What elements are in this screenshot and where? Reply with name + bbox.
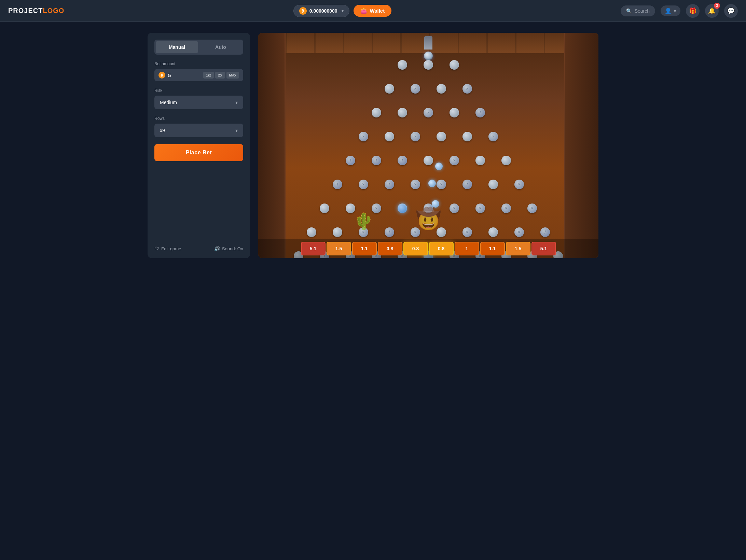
building-left — [258, 33, 286, 258]
ball-dropper — [422, 36, 434, 60]
peg-row-2 — [385, 84, 472, 94]
logo-project: PROJECT — [8, 7, 43, 14]
peg — [475, 204, 485, 213]
rows-dropdown[interactable]: x9 ▾ — [154, 124, 243, 137]
peg — [462, 227, 472, 237]
rows-chevron-icon: ▾ — [235, 128, 238, 133]
multiplier-box: 1.5 — [327, 242, 351, 255]
left-panel: Manual Auto Bet amount ₿ 1/2 2x Max Risk… — [148, 33, 250, 258]
risk-chevron-icon: ▾ — [235, 100, 238, 105]
balance-amount: 0.000000000 — [309, 8, 337, 14]
chat-icon: 💬 — [727, 7, 735, 15]
search-label: Search — [635, 8, 650, 14]
peg — [320, 204, 329, 213]
shield-icon: 🛡 — [154, 246, 159, 251]
bet-amount-input[interactable] — [168, 72, 201, 78]
half-chip-button[interactable]: 1/2 — [203, 72, 214, 79]
peg — [450, 108, 459, 117]
user-icon: 👤 — [665, 8, 672, 14]
peg — [475, 108, 485, 117]
rows-section: Rows x9 ▾ — [154, 116, 243, 137]
header-right: 🔍 Search 👤 ▾ 🎁 🔔 3 💬 — [621, 4, 738, 18]
peg — [475, 156, 485, 165]
peg — [424, 108, 433, 117]
multiplier-box: 5.1 — [301, 242, 326, 255]
peg — [385, 180, 394, 189]
peg — [462, 132, 472, 141]
peg — [501, 156, 511, 165]
peg — [488, 180, 498, 189]
peg — [424, 156, 433, 165]
peg — [411, 84, 420, 94]
btc-dot-icon: ₿ — [158, 72, 165, 79]
peg — [372, 156, 381, 165]
balance-pill[interactable]: ₿ 0.000000000 ▾ — [293, 5, 349, 17]
main-ball — [424, 52, 433, 60]
peg — [424, 60, 433, 70]
peg — [514, 180, 524, 189]
tab-auto[interactable]: Auto — [199, 41, 242, 53]
multiplier-row: 5.11.51.10.80.80.811.11.55.1 — [258, 239, 598, 258]
fair-game-button[interactable]: 🛡 Fair game — [154, 246, 181, 251]
cowboy-character: 🤠 — [416, 207, 441, 231]
peg-row-4 — [359, 132, 498, 141]
multiplier-box: 0.8 — [429, 242, 454, 255]
game-canvas: 🤠 🌵 5.11.51.10.80.80.811.11.55.1 — [258, 33, 598, 258]
bell-icon: 🔔 — [708, 7, 716, 15]
falling-ball-1 — [435, 163, 443, 170]
peg — [411, 132, 420, 141]
tab-manual[interactable]: Manual — [156, 41, 198, 53]
user-button[interactable]: 👤 ▾ — [661, 5, 680, 16]
peg — [398, 156, 407, 165]
peg — [398, 108, 407, 117]
rows-value: x9 — [160, 128, 165, 133]
multiplier-box: 0.8 — [403, 242, 428, 255]
bet-amount-section: Bet amount ₿ 1/2 2x Max — [154, 61, 243, 81]
peg — [437, 180, 446, 189]
peg — [437, 84, 446, 94]
peg — [346, 156, 355, 165]
wallet-button[interactable]: 👛 Wallet — [354, 5, 392, 17]
risk-label: Risk — [154, 88, 243, 93]
peg — [385, 227, 394, 237]
risk-value: Medium — [160, 100, 177, 105]
multiplier-box: 5.1 — [531, 242, 556, 255]
header: PROJECTLOGO ₿ 0.000000000 ▾ 👛 Wallet 🔍 S… — [0, 0, 746, 22]
multiplier-box: 1 — [455, 242, 479, 255]
max-chip-button[interactable]: Max — [226, 72, 239, 79]
peg — [488, 132, 498, 141]
double-chip-button[interactable]: 2x — [215, 72, 225, 79]
peg — [437, 132, 446, 141]
peg — [501, 204, 511, 213]
peg — [450, 60, 459, 70]
falling-ball-2 — [428, 180, 436, 187]
wallet-label: Wallet — [370, 8, 385, 14]
fair-game-label: Fair game — [161, 246, 181, 251]
risk-dropdown[interactable]: Medium ▾ — [154, 96, 243, 109]
multiplier-box: 1.1 — [480, 242, 505, 255]
building-right — [564, 33, 598, 258]
peg — [514, 227, 524, 237]
multiplier-box: 0.8 — [378, 242, 402, 255]
panel-footer: 🛡 Fair game 🔊 Sound: On — [154, 239, 243, 251]
notification-badge: 3 — [714, 3, 720, 9]
search-box[interactable]: 🔍 Search — [621, 5, 655, 16]
bet-chips: 1/2 2x Max — [203, 72, 239, 79]
rows-label: Rows — [154, 116, 243, 121]
chevron-down-icon: ▾ — [342, 9, 344, 13]
notifications-button[interactable]: 🔔 3 — [705, 4, 719, 18]
peg — [527, 204, 537, 213]
logo-logo: LOGO — [43, 7, 64, 14]
peg — [398, 60, 407, 70]
peg — [398, 204, 407, 213]
chat-button[interactable]: 💬 — [724, 4, 738, 18]
peg-row-1 — [398, 60, 459, 70]
peg — [450, 156, 459, 165]
sound-button[interactable]: 🔊 Sound: On — [214, 246, 243, 251]
sound-label: Sound: On — [222, 246, 243, 251]
peg — [462, 84, 472, 94]
place-bet-button[interactable]: Place Bet — [154, 144, 243, 161]
sound-icon: 🔊 — [214, 246, 220, 251]
gift-icon: 🎁 — [689, 7, 696, 15]
gift-button[interactable]: 🎁 — [686, 4, 700, 18]
